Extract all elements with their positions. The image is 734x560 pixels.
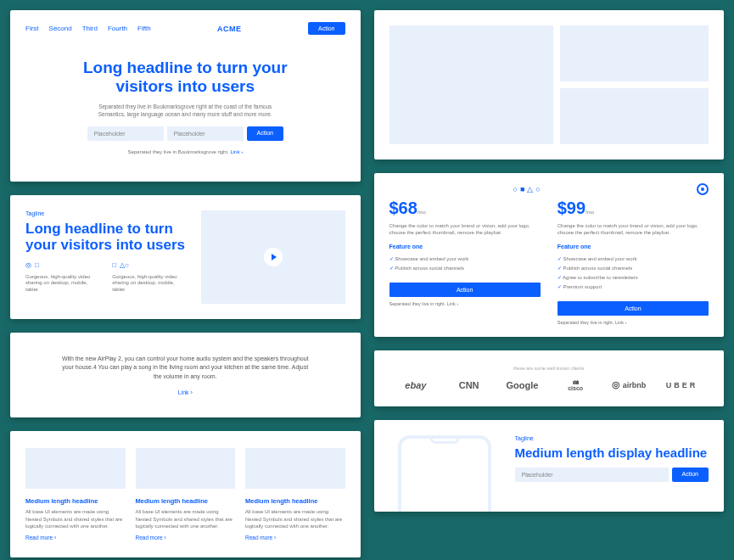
circle-icon: ○ [535, 185, 540, 193]
nav-link[interactable]: Third [82, 25, 98, 32]
circle-icon: ◎ [25, 261, 31, 270]
hero-card: First Second Third Fourth Fifth ACME Act… [10, 10, 361, 182]
feature-desc: All base UI elements are made using Nest… [245, 508, 345, 529]
read-more-link[interactable]: Read more › [136, 535, 236, 540]
foot-link[interactable]: Link › [230, 149, 243, 154]
tagline: Tagline [25, 210, 186, 216]
price: $99 [558, 199, 586, 217]
feature-desc: All base UI elements are made using Nest… [25, 508, 126, 529]
hero-subtext: Separated they live in Bookmarksgrove ri… [87, 103, 283, 118]
feature-heading: Medium length headline [245, 497, 345, 505]
feature-item: Publish across social channels [389, 263, 541, 272]
feature-item: Publish across social channels [558, 263, 709, 272]
input-field[interactable]: Placeholder [167, 126, 244, 141]
video-hero-card: Tagline Long headline to turn your visit… [10, 195, 361, 319]
phone-hero-card: Tagline Medium length display headline P… [374, 420, 725, 512]
square-icon: □ [35, 261, 39, 270]
nav-link[interactable]: First [25, 25, 39, 32]
logo-ebay: ebay [389, 380, 443, 390]
plan-button[interactable]: Action [389, 283, 541, 297]
submit-button[interactable]: Action [247, 126, 283, 141]
feature-list: Showcase and embed your work Publish acr… [389, 254, 541, 272]
headline: Medium length display headline [515, 446, 709, 461]
feature-item: Showcase and embed your work [558, 254, 709, 263]
feature-item: Showcase and embed your work [389, 254, 541, 263]
feature-icons: □△○ [112, 261, 185, 270]
nav-link[interactable]: Second [49, 25, 72, 32]
feature-text: Gorgeous, high-quality video sharing on … [112, 274, 185, 294]
headline: Long headline to turn your visitors into… [25, 221, 186, 253]
feature-item: Agree to subscribe to newsletters [558, 272, 709, 282]
feature-heading: Medium length headline [25, 497, 126, 505]
logo-airbnb: ◎ airbnb [602, 379, 656, 390]
plan-desc: Change the color to match your brand or … [389, 222, 541, 237]
plan-icons: ○■△○ [389, 185, 541, 193]
target-icon [697, 183, 709, 195]
square-icon: ■ [520, 185, 524, 193]
image-placeholder [560, 25, 709, 81]
image-placeholder [389, 25, 553, 144]
feature-heading: Medium length headline [136, 497, 236, 505]
plan-button[interactable]: Action [558, 301, 709, 316]
navbar: First Second Third Fourth Fifth ACME Act… [25, 22, 345, 35]
feature-desc: All base UI elements are made using Nest… [136, 508, 236, 529]
logo: ACME [151, 25, 308, 33]
input-field[interactable]: Placeholder [87, 126, 164, 141]
triangle-icon: △ [527, 185, 533, 193]
image-placeholder [25, 448, 126, 489]
price-period: /mo [586, 210, 594, 215]
image-placeholder [136, 448, 236, 489]
logos-card: these are some well known clients ebay C… [374, 350, 725, 406]
input-field[interactable]: Placeholder [515, 468, 669, 482]
read-more-link[interactable]: Read more › [245, 535, 345, 540]
submit-button[interactable]: Action [672, 468, 709, 482]
nav-link[interactable]: Fifth [137, 25, 151, 32]
tagline: Tagline [515, 435, 709, 441]
price-period: /mo [417, 210, 426, 215]
logo-google: Google [496, 380, 549, 390]
play-icon[interactable] [264, 248, 283, 266]
paragraph: With the new AirPlay 2, you can control … [61, 355, 310, 382]
logo-cnn: CNN [442, 380, 496, 390]
text-card: With the new AirPlay 2, you can control … [10, 333, 361, 418]
feature-list: Showcase and embed your work Publish acr… [558, 254, 709, 291]
link[interactable]: Link › [61, 389, 310, 395]
feature-heading: Feature one [389, 244, 541, 249]
plan-desc: Change the color to match your brand or … [558, 222, 709, 237]
read-more-link[interactable]: Read more › [25, 535, 126, 540]
plan-link[interactable]: Separated they live in right. Link › [558, 320, 709, 325]
image-placeholder [245, 448, 345, 489]
nav-action-button[interactable]: Action [308, 22, 345, 35]
feature-heading: Feature one [558, 244, 709, 249]
circle-icon: ○ [513, 185, 517, 193]
shape-icon: △○ [120, 261, 129, 270]
pricing-card: ○■△○ $68/mo Change the color to match yo… [374, 173, 725, 337]
plan-link[interactable]: Separated they live in right. Link › [389, 301, 541, 306]
logos-heading: these are some well known clients [389, 366, 709, 371]
image-placeholder [560, 88, 709, 144]
feature-item: Premium support [558, 282, 709, 291]
video-placeholder[interactable] [201, 210, 345, 304]
feature-text: Gorgeous, high-quality video sharing on … [25, 274, 98, 294]
gallery-card [374, 10, 725, 160]
nav-link[interactable]: Fourth [108, 25, 127, 32]
footnote: Separated they live in Bookmarksgrove ri… [59, 149, 311, 154]
phone-mockup [398, 435, 491, 512]
price: $68 [389, 199, 417, 217]
hero-headline: Long headline to turn your visitors into… [59, 59, 311, 96]
square-icon: □ [112, 261, 116, 270]
features-card: Medium length headline All base UI eleme… [10, 431, 361, 557]
phone-notch [430, 439, 459, 444]
feature-icons: ◎□ [25, 261, 98, 270]
logo-uber: UBER [655, 381, 709, 389]
logo-cisco: ıılıılıcisco [549, 379, 602, 391]
